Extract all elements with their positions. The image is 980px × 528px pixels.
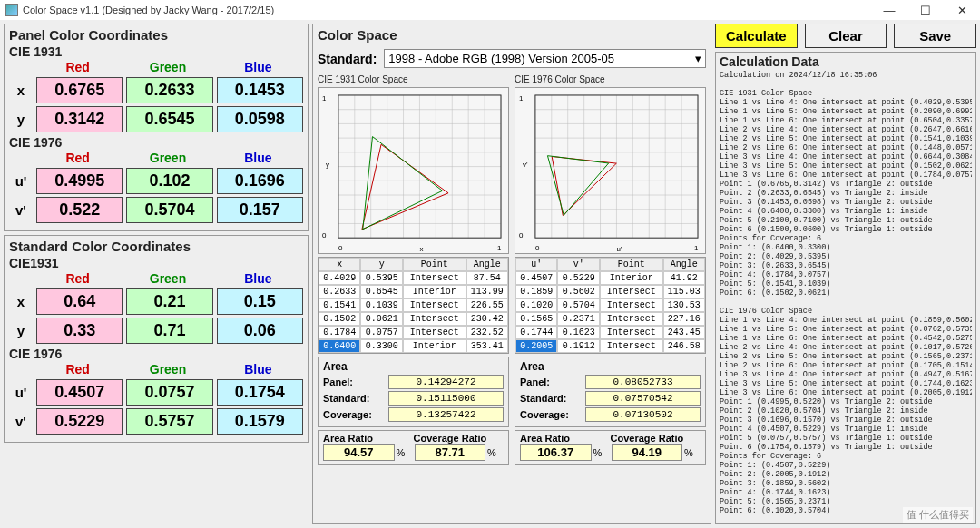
svg-text:1: 1 [497, 244, 502, 252]
area-std-1976: 0.07570542 [585, 391, 701, 406]
calc-data-text[interactable]: Calculation on 2024/12/18 16:35:06 CIE 1… [720, 71, 972, 524]
std-1976-u-b: 0.1754 [217, 379, 303, 406]
svg-text:x: x [419, 245, 423, 253]
svg-marker-61 [547, 156, 608, 216]
panel-1976-v-r[interactable]: 0.522 [36, 197, 122, 223]
chevron-down-icon: ▾ [695, 52, 701, 65]
table-row[interactable]: 0.20050.1912Intersect246.58 [515, 339, 705, 353]
table-row[interactable]: 0.45070.5229Interior41.92 [515, 271, 705, 285]
minimize-button[interactable]: — [871, 0, 907, 20]
color-space-panel: Color Space Standard: 1998 - Adobe RGB (… [312, 24, 711, 524]
std-1976-u-r: 0.4507 [36, 379, 122, 406]
table-row[interactable]: 0.15410.1039Intersect226.55 [318, 298, 508, 312]
watermark: 值 什么值得买 [903, 507, 973, 523]
standard-coordinates: Standard Color Coordinates CIE1931 RedGr… [4, 235, 309, 443]
svg-text:0: 0 [322, 231, 327, 240]
std-coords-title: Standard Color Coordinates [9, 239, 303, 254]
svg-marker-29 [362, 144, 448, 230]
panel-1931-y-r[interactable]: 0.3142 [36, 106, 122, 132]
panel-coords-title: Panel Color Coordinates [9, 27, 303, 43]
area-cov-1976: 0.07130502 [585, 407, 701, 422]
svg-text:0: 0 [519, 231, 524, 240]
std-1931-y-g: 0.71 [126, 318, 212, 344]
calc-data-title: Calculation Data [720, 54, 972, 69]
cie1931-label: CIE 1931 [9, 44, 303, 59]
table-row[interactable]: 0.18590.5602Intersect115.03 [515, 285, 705, 298]
area-1976: Area Panel:0.08052733 Standard:0.0757054… [514, 357, 706, 427]
close-button[interactable]: ✕ [944, 0, 980, 20]
area-panel-1976: 0.08052733 [585, 375, 701, 389]
chart-1976-title: CIE 1976 Color Space [514, 74, 706, 84]
panel-1931-x-b[interactable]: 0.1453 [217, 77, 303, 103]
svg-text:1: 1 [694, 244, 699, 252]
panel-1976-u-b[interactable]: 0.1696 [217, 168, 303, 194]
svg-marker-30 [363, 137, 443, 230]
maximize-button[interactable]: ☐ [907, 0, 944, 20]
table-row[interactable]: 0.17440.1623Intersect243.45 [515, 326, 705, 339]
panel-1931-y-g[interactable]: 0.6545 [126, 106, 212, 132]
ratio-1931: Area RatioCoverage Ratio 94.57% 87.71% [318, 430, 509, 465]
panel-1931-x-r[interactable]: 0.6765 [36, 77, 122, 103]
table-row[interactable]: 0.26330.6545Interior113.99 [318, 285, 508, 298]
hdr-red: Red [33, 60, 122, 74]
panel-1931-x-g[interactable]: 0.2633 [126, 77, 212, 103]
area-1931: Area Panel:0.14294272 Standard:0.1511500… [318, 357, 509, 427]
std-1931-y-r: 0.33 [36, 318, 122, 344]
table-row[interactable]: 0.15650.2371Intersect227.16 [515, 312, 705, 326]
svg-text:u': u' [616, 245, 622, 253]
standard-select[interactable]: 1998 - Adobe RGB (1998) Version 2005-05 … [384, 49, 706, 68]
chart-1931-title: CIE 1931 Color Space [318, 74, 509, 84]
table-row[interactable]: 0.64000.3300Interior353.41 [318, 339, 508, 353]
area-ratio-1931: 94.57 [323, 444, 395, 461]
area-panel-1931: 0.14294272 [388, 375, 504, 389]
svg-text:y: y [326, 161, 329, 169]
panel-1976-v-b[interactable]: 0.157 [217, 197, 303, 223]
panel-1976-u-g[interactable]: 0.102 [126, 168, 212, 194]
std-1976-u-g: 0.0757 [126, 379, 212, 406]
panel-coordinates: Panel Color Coordinates CIE 1931 RedGree… [4, 24, 309, 231]
ratio-1976: Area RatioCoverage Ratio 106.37% 94.19% [514, 430, 706, 465]
row-x: x [9, 83, 33, 98]
std-1931-y-b: 0.06 [217, 318, 303, 344]
window-title: Color Space v1.1 (Designed by Jacky Wang… [23, 5, 274, 15]
clear-button[interactable]: Clear [805, 24, 887, 48]
table-1976[interactable]: u'v'PointAngle 0.45070.5229Interior41.92… [514, 257, 706, 354]
calculate-button[interactable]: Calculate [715, 24, 798, 48]
svg-text:0: 0 [338, 244, 343, 252]
standard-label: Standard: [318, 52, 377, 66]
window-titlebar: Color Space v1.1 (Designed by Jacky Wang… [0, 0, 980, 20]
chart-1976: 0110u'v' [514, 87, 706, 254]
svg-text:1: 1 [322, 94, 327, 103]
std-1976-v-g: 0.5757 [126, 408, 212, 435]
svg-text:v': v' [523, 161, 528, 169]
hdr-blue: Blue [213, 60, 303, 74]
panel-1976-u-r[interactable]: 0.4995 [36, 168, 122, 194]
std-1931-x-b: 0.15 [217, 288, 303, 315]
svg-text:0: 0 [535, 244, 540, 252]
table-row[interactable]: 0.40290.5395Intersect87.54 [318, 271, 508, 285]
std-1976-v-b: 0.1579 [217, 408, 303, 435]
hdr-green: Green [122, 60, 212, 74]
svg-text:1: 1 [519, 94, 524, 103]
std-1931-x-g: 0.21 [126, 288, 212, 315]
cov-ratio-1931: 87.71 [415, 444, 486, 461]
table-row[interactable]: 0.15020.0621Intersect230.42 [318, 312, 508, 326]
cie1976-label: CIE 1976 [9, 135, 303, 150]
std-1976-v-r: 0.5229 [36, 408, 122, 435]
cov-ratio-1976: 94.19 [612, 444, 683, 461]
area-ratio-1976: 106.37 [520, 444, 592, 461]
row-y: y [9, 112, 33, 127]
area-std-1931: 0.15115000 [388, 391, 504, 406]
std-1931-x-r: 0.64 [36, 288, 122, 315]
table-1931[interactable]: xyPointAngle 0.40290.5395Intersect87.540… [318, 257, 509, 354]
color-space-title: Color Space [318, 27, 706, 43]
save-button[interactable]: Save [894, 24, 976, 48]
table-row[interactable]: 0.10200.5704Intersect130.53 [515, 298, 705, 312]
table-row[interactable]: 0.17840.0757Intersect232.52 [318, 326, 508, 339]
panel-1931-y-b[interactable]: 0.0598 [217, 106, 303, 132]
panel-1976-v-g[interactable]: 0.5704 [126, 197, 212, 223]
calculation-data-panel: Calculation Data Calculation on 2024/12/… [715, 52, 976, 524]
chart-1931: 0110xy [318, 87, 509, 254]
app-icon [5, 4, 18, 16]
area-cov-1931: 0.13257422 [388, 407, 504, 422]
